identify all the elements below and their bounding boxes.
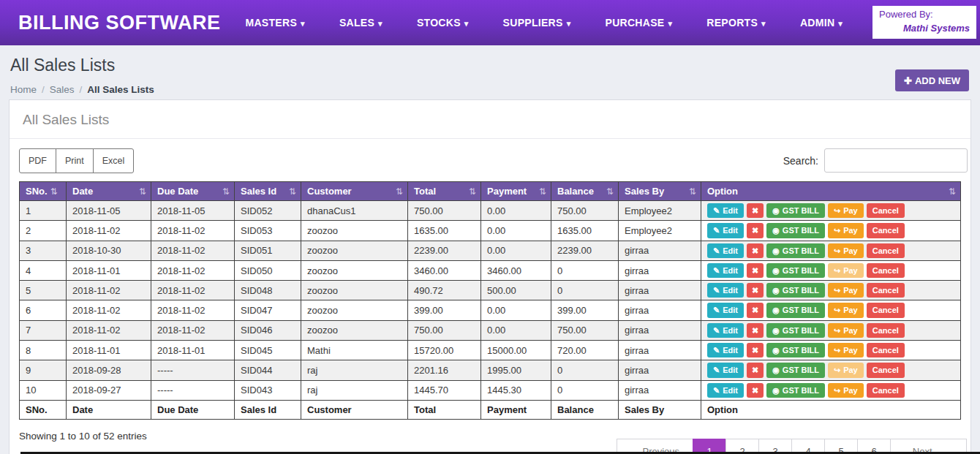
nav-item-purchase[interactable]: PURCHASE▾ (606, 17, 673, 29)
nav-item-label: MASTERS (245, 17, 297, 29)
delete-button[interactable]: ✖ (747, 283, 764, 298)
gst-bill-button[interactable]: ◉GST BILL (766, 203, 825, 218)
breadcrumb-item-sales[interactable]: Sales (50, 84, 75, 95)
app-brand: BILLING SOFTWARE (18, 12, 220, 34)
pay-button[interactable]: ↪Pay (828, 343, 864, 357)
cancel-button[interactable]: Cancel (867, 223, 905, 238)
cancel-button[interactable]: Cancel (867, 243, 905, 258)
pay-button[interactable]: ↪Pay (828, 203, 864, 218)
edit-button[interactable]: ✎Edit (707, 383, 744, 398)
nav-item-suppliers[interactable]: SUPPLIERS▾ (503, 17, 571, 29)
cancel-button[interactable]: Cancel (867, 363, 905, 377)
nav-item-reports[interactable]: REPORTS▾ (706, 17, 766, 29)
nav-item-masters[interactable]: MASTERS▾ (245, 17, 304, 29)
main-nav: MASTERS▾SALES▾STOCKS▾SUPPLIERS▾PURCHASE▾… (245, 17, 843, 29)
eye-icon: ◉ (772, 385, 780, 396)
pay-button[interactable]: ↪Pay (828, 303, 864, 317)
cancel-button[interactable]: Cancel (867, 263, 905, 278)
column-header-option[interactable]: Option⇅ (701, 182, 961, 201)
column-header-payment[interactable]: Payment⇅ (481, 182, 551, 201)
cancel-button[interactable]: Cancel (867, 343, 905, 357)
column-header-label: Balance (557, 186, 594, 197)
cancel-button[interactable]: Cancel (867, 303, 905, 317)
edit-label: Edit (723, 265, 738, 276)
cancel-button[interactable]: Cancel (867, 323, 905, 338)
panel-heading: All Sales Lists (10, 100, 970, 139)
pay-button[interactable]: ↪Pay (828, 263, 864, 278)
nav-item-label: ADMIN (800, 17, 834, 29)
pay-button[interactable]: ↪Pay (828, 223, 864, 238)
pdf-export-button[interactable]: PDF (19, 148, 56, 173)
edit-button[interactable]: ✎Edit (707, 303, 744, 317)
delete-button[interactable]: ✖ (747, 383, 764, 398)
column-header-total[interactable]: Total⇅ (408, 182, 481, 201)
gst-bill-button[interactable]: ◉GST BILL (766, 383, 825, 398)
edit-button[interactable]: ✎Edit (707, 223, 744, 238)
cell-payment: 0.00 (481, 221, 551, 241)
gst-bill-button[interactable]: ◉GST BILL (766, 243, 825, 258)
column-header-balance[interactable]: Balance⇅ (551, 182, 619, 201)
delete-button[interactable]: ✖ (747, 263, 764, 278)
search-input[interactable] (824, 148, 968, 173)
gst-bill-button[interactable]: ◉GST BILL (766, 223, 825, 238)
gst-bill-button[interactable]: ◉GST BILL (766, 343, 825, 357)
cancel-button[interactable]: Cancel (867, 203, 905, 218)
delete-button[interactable]: ✖ (747, 203, 764, 218)
delete-button[interactable]: ✖ (747, 303, 764, 317)
edit-button[interactable]: ✎Edit (707, 363, 744, 377)
breadcrumb-item-home[interactable]: Home (10, 84, 37, 95)
column-header-sno[interactable]: SNo.⇅ (20, 182, 67, 201)
column-header-date[interactable]: Date⇅ (67, 182, 151, 201)
pay-label: Pay (843, 205, 858, 216)
column-header-due-date[interactable]: Due Date⇅ (151, 182, 235, 201)
footer-column-date: Date (67, 400, 151, 419)
excel-export-button[interactable]: Excel (93, 148, 135, 173)
nav-item-admin[interactable]: ADMIN▾ (800, 17, 843, 29)
edit-button[interactable]: ✎Edit (707, 343, 744, 357)
edit-label: Edit (723, 225, 738, 235)
edit-label: Edit (723, 365, 738, 375)
edit-button[interactable]: ✎Edit (707, 263, 744, 278)
delete-button[interactable]: ✖ (747, 323, 764, 338)
gst-bill-button[interactable]: ◉GST BILL (766, 323, 825, 338)
add-new-button[interactable]: ✚ADD NEW (895, 69, 969, 91)
column-header-customer[interactable]: Customer⇅ (301, 182, 408, 201)
cell-balance: 399.00 (551, 300, 619, 320)
row-actions: ✎Edit✖◉GST BILL↪PayCancel (707, 323, 954, 338)
sort-icon: ⇅ (949, 186, 956, 197)
pencil-icon: ✎ (713, 345, 720, 355)
cell-date: 2018-11-02 (67, 281, 151, 300)
delete-button[interactable]: ✖ (747, 343, 764, 357)
cell-customer: zoozoo (301, 260, 408, 280)
column-header-sales-by[interactable]: Sales By⇅ (619, 182, 701, 201)
gst-bill-button[interactable]: ◉GST BILL (766, 283, 825, 298)
gst-bill-button[interactable]: ◉GST BILL (766, 363, 825, 377)
pay-button[interactable]: ↪Pay (828, 243, 864, 258)
cell-date: 2018-10-30 (67, 241, 151, 260)
edit-button[interactable]: ✎Edit (707, 323, 744, 338)
pay-button[interactable]: ↪Pay (828, 363, 864, 377)
cell-payment: 0.00 (481, 300, 551, 320)
pay-button[interactable]: ↪Pay (828, 283, 864, 298)
edit-button[interactable]: ✎Edit (707, 243, 744, 258)
edit-button[interactable]: ✎Edit (707, 283, 744, 298)
column-header-sales-id[interactable]: Sales Id⇅ (235, 182, 301, 201)
gst-bill-label: GST BILL (783, 385, 819, 396)
cancel-button[interactable]: Cancel (867, 283, 905, 298)
row-actions: ✎Edit✖◉GST BILL↪PayCancel (707, 303, 954, 317)
cell-payment: 15000.00 (481, 341, 551, 360)
gst-bill-button[interactable]: ◉GST BILL (766, 263, 825, 278)
cell-sales-by: girraa (619, 360, 701, 380)
pay-button[interactable]: ↪Pay (828, 383, 864, 398)
print-export-button[interactable]: Print (56, 148, 94, 173)
delete-button[interactable]: ✖ (747, 363, 764, 377)
edit-button[interactable]: ✎Edit (707, 203, 744, 218)
cell-due-date: 2018-11-02 (151, 281, 235, 300)
delete-button[interactable]: ✖ (747, 223, 764, 238)
gst-bill-button[interactable]: ◉GST BILL (766, 303, 825, 317)
pay-button[interactable]: ↪Pay (828, 323, 864, 338)
cancel-button[interactable]: Cancel (867, 383, 905, 398)
nav-item-stocks[interactable]: STOCKS▾ (417, 17, 469, 29)
nav-item-sales[interactable]: SALES▾ (339, 17, 382, 29)
delete-button[interactable]: ✖ (747, 243, 764, 258)
